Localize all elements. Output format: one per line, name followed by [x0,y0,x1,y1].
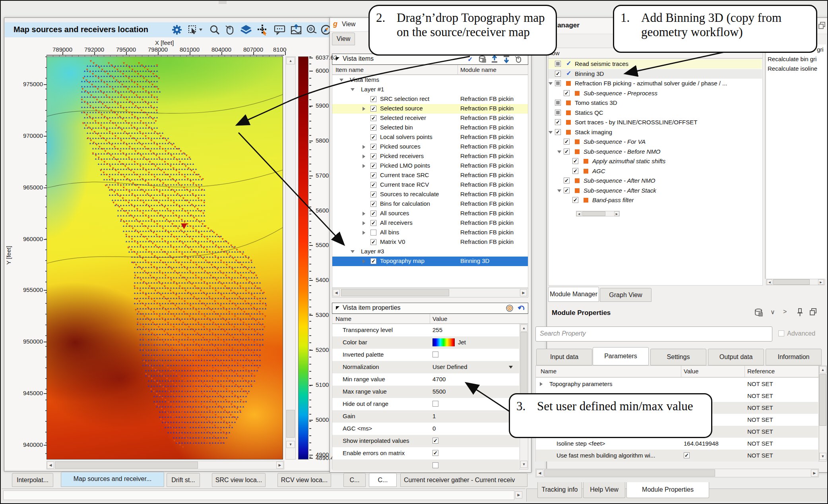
property-row[interactable]: AGC <ms>0 [332,423,519,435]
tab-graph-view[interactable]: Graph View [600,288,652,302]
property-row[interactable]: Color barJet [332,336,519,349]
map-vertical-scrollbar[interactable] [285,56,296,460]
item-visibility-checkbox[interactable]: ✓ [370,210,376,216]
float-window-icon[interactable] [818,21,826,29]
vista-item-row[interactable]: ✓Selected receiverRefraction FB pickin [332,114,528,123]
collapse-triangle-icon[interactable] [336,306,339,310]
parameter-row[interactable]: Topography parametersNOT SET [536,378,818,390]
map-scroll-left-button[interactable]: ◀ [47,462,54,469]
tab-parameters[interactable]: Parameters [593,347,649,365]
move-up-icon[interactable] [491,55,498,63]
item-visibility-checkbox[interactable]: ✓ [370,172,376,178]
advanced-checkbox[interactable] [778,330,784,336]
workflow-checkbox[interactable]: ✓ [564,90,570,96]
record-target-icon[interactable] [506,304,514,312]
workflow-checkbox[interactable]: ✓ [572,168,578,174]
property-value[interactable]: 5500 [432,388,446,395]
column-value[interactable]: Value [432,315,447,322]
vista-item-row[interactable]: ✓Sources to recalculateRefraction FB pic… [332,190,528,199]
expander-open-icon[interactable] [339,79,343,81]
property-row[interactable]: Hide out of range [332,398,519,410]
vista-item-row[interactable]: ✓Bins for calculationRefraction FB picki… [332,199,528,209]
move-down-icon[interactable] [502,55,510,63]
parameters-table-header[interactable]: Name Value Reference [535,365,819,377]
vista-item-row[interactable]: ✓Current trace RCVRefraction FB pickin [332,180,528,190]
tab-output-data[interactable]: Output data [708,349,764,365]
vista-items-scroll-left[interactable]: ◀ [333,289,340,296]
item-visibility-checkbox[interactable]: ✓ [370,220,376,226]
document-tab[interactable]: Map sources and receiver... [61,472,164,487]
column-name[interactable]: Name [335,315,351,322]
vista-item-row[interactable]: Vista Items [332,75,528,85]
pin-icon[interactable] [796,308,804,316]
vista-item-row[interactable]: ✓Picked sourcesRefraction FB pickin [332,142,528,152]
float-window-icon[interactable] [809,308,817,316]
workflow-row[interactable]: ✓✓Binning 3D [549,69,762,79]
map-scroll-right-button[interactable]: ▶ [276,462,283,469]
vista-properties-column-header[interactable]: Name Value [332,314,528,324]
property-row[interactable]: Inverted palette [332,349,519,361]
workflow-row[interactable]: Refraction FB picking - azimuthal solver… [549,79,762,88]
map-scroll-down-button[interactable]: ▼ [286,441,295,448]
parameters-scroll-up[interactable]: ▲ [819,366,826,373]
expander-closed-icon[interactable] [363,231,365,235]
workflow-module-label[interactable]: Sort traces - by INLINE/CROSSLINE/OFFSET [575,119,697,126]
expander-open-icon[interactable] [351,250,355,253]
actions-scroll-left[interactable]: ◀ [767,279,772,285]
database-icon[interactable] [754,308,762,316]
expander-closed-icon[interactable] [363,212,365,216]
tab-information[interactable]: Information [766,349,822,365]
workflow-checkbox[interactable]: ✓ [555,119,561,125]
workflow-checkbox[interactable]: ✓ [564,149,570,154]
map-plot[interactable] [47,56,283,460]
colorbar-swatch[interactable] [432,338,455,346]
workflow-scroll-right[interactable]: ▶ [614,211,619,216]
item-visibility-checkbox[interactable]: ✓ [370,144,376,150]
parameters-hscroll-thumb[interactable] [544,469,715,477]
undo-icon[interactable] [518,304,525,312]
export-image-icon[interactable] [290,24,302,35]
bottom-tab-help-view[interactable]: Help View [583,482,625,498]
tab-module-manager[interactable]: Module Manager [548,287,599,302]
vprop-scroll-down[interactable]: ▼ [520,461,527,468]
column-value[interactable]: Value [684,368,698,375]
property-row[interactable]: Enable errors on matrix✓ [332,447,519,460]
property-row[interactable]: Max range value5500 [332,386,519,398]
vista-item-row[interactable]: ✓All receiversRefraction FB pickin [332,218,528,228]
column-item-name[interactable]: Item name [335,66,364,73]
comments-icon[interactable] [273,24,285,35]
workflow-checkbox[interactable]: ✓ [564,139,570,145]
vista-item-row[interactable]: ✓Selected sourceRefraction FB pickin [332,104,528,114]
workflow-module-label[interactable]: Refraction FB picking - azimuthal solver… [575,80,727,87]
property-checkbox[interactable] [432,401,438,407]
parameters-scroll-down[interactable]: ▼ [819,453,826,460]
expander-open-icon[interactable] [549,82,553,85]
bottom-tab-module-properties[interactable]: Module Properties [626,482,709,498]
workflow-checkbox[interactable]: ✓ [564,178,570,183]
workflow-scroll-left[interactable]: ◀ [576,211,582,216]
item-visibility-checkbox[interactable] [370,230,376,236]
workflow-row[interactable]: ✓Sub-sequence - For VA [549,137,762,147]
workflow-checkbox[interactable]: ✓ [564,187,570,193]
item-visibility-checkbox[interactable]: ✓ [370,125,376,131]
zoom-icon[interactable] [209,24,221,35]
workflow-module-label[interactable]: Apply azimuthal static shifts [592,158,665,164]
tab-input-data[interactable]: Input data [536,349,592,365]
search-property-input[interactable]: Search Property [535,326,772,342]
property-checkbox[interactable] [432,351,438,357]
map-scroll-up-button[interactable]: ▲ [286,57,295,64]
workflow-row[interactable]: ✓Sub-sequence - After Stack [549,186,762,195]
vista-items-hscroll-thumb[interactable] [341,289,449,296]
property-row[interactable]: Min range value4700 [332,373,519,386]
property-dropdown-value[interactable]: User Defined [432,363,467,370]
vista-item-row[interactable]: ✓Picked LMO pointsRefraction FB pickin [332,161,528,171]
workflow-row[interactable]: Statics QC [549,108,762,118]
parameter-value[interactable]: 164.0419948 [684,440,719,447]
document-tab[interactable]: C... [343,473,366,487]
item-visibility-checkbox[interactable]: ✓ [370,239,376,245]
property-row[interactable]: Gain1 [332,410,519,423]
expander-closed-icon[interactable] [540,382,543,386]
chevron-right-icon[interactable]: > [783,308,787,315]
database-save-icon[interactable] [479,55,487,63]
workflow-module-label[interactable]: Binning 3D [575,70,604,77]
